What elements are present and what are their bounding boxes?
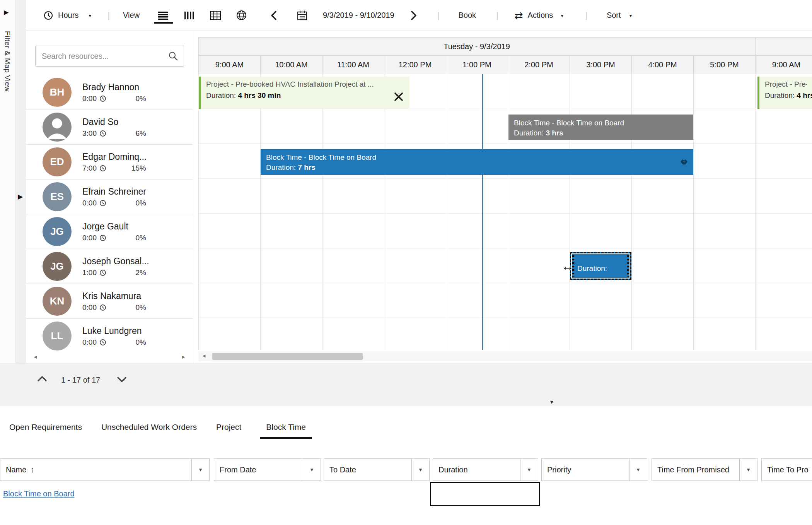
time-header-cell: 3:00 PM: [570, 56, 631, 74]
divider: |: [585, 10, 587, 21]
resource-row-david-so[interactable]: David So 3:00 6%: [26, 110, 193, 145]
date-range[interactable]: 9/3/2019 - 9/10/2019: [323, 11, 394, 20]
resource-name: Kris Nakamura: [82, 291, 146, 302]
resource-row-kris-nakamura[interactable]: KN Kris Nakamura 0:00 0%: [26, 284, 193, 319]
clock-icon: [43, 10, 53, 21]
column-header-name[interactable]: Name ↑: [0, 458, 192, 481]
block-time-bar-gray[interactable]: Block Time - Block Time on Board Duratio…: [508, 115, 693, 140]
resource-name: Brady Hannon: [82, 82, 146, 93]
time-header-cell: 1:00 PM: [446, 56, 508, 74]
search-icon[interactable]: [168, 51, 178, 61]
clock-icon: [99, 130, 106, 137]
resize-handle-right[interactable]: [627, 255, 629, 277]
resource-utilization: 15%: [131, 164, 146, 173]
page-down-button[interactable]: [116, 376, 128, 383]
duration-value: 3 hrs: [546, 129, 563, 137]
column-header-duration[interactable]: Duration: [433, 458, 520, 481]
clock-icon: [99, 269, 106, 276]
sort-ascending-icon: ↑: [30, 465, 34, 474]
resource-row-joseph-gonsalves[interactable]: JG Joseph Gonsal... 1:00 2%: [26, 249, 193, 284]
resource-utilization: 0%: [136, 234, 146, 242]
resource-row-luke-lundgren[interactable]: LL Luke Lundgren 0:00 0%: [26, 319, 193, 352]
column-menu-priority[interactable]: ▾: [629, 458, 647, 481]
resource-utilization: 0%: [136, 199, 146, 207]
collapse-panel-icon[interactable]: ▼: [549, 399, 554, 405]
handshake-icon: [679, 158, 689, 166]
expand-filter-icon[interactable]: ▶: [4, 9, 9, 16]
clock-icon: [99, 339, 106, 346]
time-header-cell: 5:00 PM: [693, 56, 755, 74]
column-label: From Date: [220, 465, 256, 474]
pagination-strip: 1 - 17 of 17 ▼: [0, 363, 812, 406]
resource-name: Joseph Gonsal...: [82, 256, 149, 267]
avatar: JG: [43, 252, 72, 281]
chevron-down-icon: ▾: [310, 466, 314, 473]
utilization-view-icon[interactable]: [181, 7, 198, 24]
sort-dropdown[interactable]: Sort ▾: [607, 11, 632, 20]
block-time-bar-dragging[interactable]: Duration:: [570, 252, 631, 280]
scroll-right-icon[interactable]: ►: [181, 354, 186, 360]
actions-dropdown[interactable]: ⇄ Actions ▾: [515, 10, 563, 21]
resource-hours: 0:00: [82, 94, 97, 103]
gantt-view-icon[interactable]: [154, 7, 173, 24]
map-view-icon[interactable]: [232, 6, 251, 24]
column-header-time-from-promised[interactable]: Time From Promised: [652, 458, 740, 481]
duration-value: 4 hrs 30 min: [797, 91, 812, 99]
expand-panel-icon[interactable]: ▶: [18, 193, 23, 201]
column-header-to-date[interactable]: To Date: [324, 458, 412, 481]
tab-block-time[interactable]: Block Time: [260, 422, 312, 439]
resource-row-brady-hannon[interactable]: BH Brady Hannon 0:00 0%: [26, 75, 193, 110]
gantt-row: [199, 283, 812, 318]
appointment-title: Project - Pre-booked HVAC Installation P…: [206, 80, 404, 89]
resource-utilization: 6%: [136, 129, 146, 138]
clock-icon: [99, 95, 106, 102]
avatar: KN: [43, 287, 72, 316]
resource-utilization: 0%: [136, 303, 146, 312]
project-appointment-bar-next-day[interactable]: Project - Pre-booked HVAC Installation P…: [757, 77, 812, 109]
block-time-bar-blue[interactable]: Block Time - Block Time on Board Duratio…: [261, 149, 693, 175]
filter-map-label[interactable]: Filter & Map View: [3, 31, 12, 92]
next-dates-button[interactable]: [410, 10, 418, 21]
column-label: Duration: [438, 465, 468, 474]
resource-name: Edgar Dominq...: [82, 151, 147, 162]
resource-utilization: 2%: [136, 268, 146, 277]
column-header-from-date[interactable]: From Date: [214, 458, 303, 481]
scrollbar-thumb[interactable]: [212, 353, 363, 360]
column-menu-from-date[interactable]: ▾: [303, 458, 321, 481]
resource-row-edgar-dominquez[interactable]: ED Edgar Dominq... 7:00 15%: [26, 145, 193, 180]
column-menu-to-date[interactable]: ▾: [412, 458, 430, 481]
hours-dropdown[interactable]: Hours ▾: [43, 10, 91, 21]
tab-open-requirements[interactable]: Open Requirements: [9, 422, 83, 439]
column-menu-duration[interactable]: ▾: [520, 458, 538, 481]
resource-row-efrain-schreiner[interactable]: ES Efrain Schreiner 0:00 0%: [26, 180, 193, 214]
divider: |: [107, 10, 110, 21]
tab-unscheduled-work-orders[interactable]: Unscheduled Work Orders: [101, 422, 198, 439]
page-up-button[interactable]: [36, 375, 48, 383]
scroll-left-icon[interactable]: ◄: [33, 354, 38, 360]
gantt-grid[interactable]: Project - Pre-booked HVAC Installation P…: [198, 74, 812, 350]
gantt-day-header: Tuesday - 9/3/2019: [198, 37, 812, 55]
duration-edit-input[interactable]: [430, 482, 540, 506]
column-header-time-to-promised[interactable]: Time To Pro: [761, 458, 812, 481]
day-header-cell: Tuesday - 9/3/2019: [198, 38, 755, 55]
gantt-scrollbar[interactable]: ◄: [198, 351, 812, 361]
grid-view-icon[interactable]: [206, 7, 225, 24]
resource-list-scrollbar[interactable]: ◄ ►: [26, 352, 193, 363]
column-header-priority[interactable]: Priority: [541, 458, 629, 481]
book-button[interactable]: Book: [458, 11, 476, 20]
column-menu-time-from-promised[interactable]: ▾: [740, 458, 757, 481]
tab-project[interactable]: Project: [215, 422, 242, 439]
project-appointment-bar[interactable]: Project - Pre-booked HVAC Installation P…: [199, 77, 409, 109]
previous-dates-button[interactable]: [270, 10, 278, 21]
calendar-icon[interactable]: [297, 10, 307, 21]
resource-row-jorge-gault[interactable]: JG Jorge Gault 0:00 0%: [26, 214, 193, 249]
close-icon[interactable]: [393, 91, 404, 102]
column-menu-name[interactable]: ▾: [192, 458, 210, 481]
avatar-initials: ES: [50, 191, 64, 203]
chevron-down-icon: ▾: [629, 13, 632, 18]
search-input[interactable]: [36, 52, 168, 61]
block-time-record-link[interactable]: Block Time on Board: [3, 489, 75, 498]
resource-hours: 0:00: [82, 338, 97, 347]
hours-label: Hours: [58, 11, 78, 20]
scroll-left-icon[interactable]: ◄: [201, 353, 206, 359]
